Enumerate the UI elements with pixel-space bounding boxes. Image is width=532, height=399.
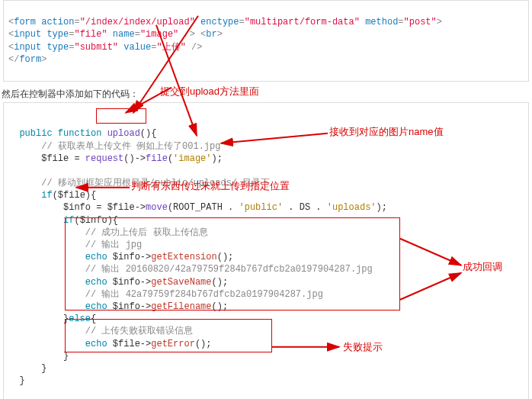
var: $info (80, 215, 107, 226)
p: ) (107, 215, 113, 226)
arrow: -> (135, 153, 146, 164)
p: () (123, 153, 134, 164)
kw-echo: echo (85, 339, 107, 349)
fn: getSaveName (151, 277, 211, 288)
arrow: -> (140, 277, 151, 288)
fn-upload: upload (107, 128, 140, 139)
arrow: -> (140, 301, 151, 312)
kw-if: if (63, 215, 74, 226)
var: $info (113, 277, 140, 288)
str: 'uploads' (327, 202, 377, 213)
semi: ; (206, 339, 211, 349)
arrow: -> (135, 202, 146, 213)
fn: getError (151, 339, 195, 349)
attr: type (46, 29, 69, 40)
t: = (74, 17, 79, 27)
dot: . (223, 202, 239, 213)
attr: enctype (200, 17, 239, 27)
page-root: <form action="/index/index/upload" encty… (0, 0, 532, 399)
comment: // 移动到框架应用根目录/public/uploads/ 目录下 (41, 178, 270, 188)
form-tag: form (14, 17, 36, 27)
p: () (195, 339, 206, 349)
comment: // 输出 20160820/42a79759f284b767dfcb2a019… (85, 264, 373, 275)
brace: } (63, 351, 69, 362)
kw-else: else (69, 314, 91, 324)
const: ROOT_PATH (173, 202, 223, 213)
attr: value (123, 42, 151, 53)
p: () (211, 301, 222, 312)
comment: // 成功上传后 获取上传信息 (85, 227, 208, 238)
var: $info (113, 252, 140, 262)
eq: = (69, 153, 85, 164)
v: "submit" (74, 42, 118, 53)
p: ( (168, 202, 173, 213)
var: $info (63, 202, 91, 213)
p: ) (212, 153, 217, 164)
semi: ; (223, 277, 228, 288)
t: > (41, 54, 46, 65)
kw-echo: echo (85, 277, 107, 288)
fn: move (146, 202, 168, 213)
brace: { (91, 314, 96, 324)
t: /> (186, 42, 203, 53)
t: = (239, 17, 245, 27)
kw-public: public (19, 128, 52, 139)
comment: // 输出 42a79759f284b767dfcb2a0197904287.j… (85, 289, 323, 300)
str: 'image' (173, 153, 211, 164)
t: = (135, 29, 140, 40)
semi: ; (223, 301, 228, 312)
t: > (217, 29, 223, 40)
kw-echo: echo (85, 301, 107, 312)
t: = (398, 17, 403, 27)
v: "file" (74, 29, 107, 40)
t: </ (8, 54, 19, 65)
dot: . (310, 202, 327, 213)
semi: ; (228, 252, 233, 262)
var: $file (58, 190, 85, 201)
input-tag: input (14, 42, 41, 53)
dot: . (283, 202, 300, 213)
eq: = (91, 202, 107, 213)
parens: () (140, 128, 151, 139)
str: 'public' (239, 202, 284, 213)
var: $file (107, 202, 135, 213)
var: $file (113, 339, 140, 349)
semi: ; (382, 202, 387, 213)
v: "/index/index/upload" (80, 17, 195, 27)
br-tag: br (206, 29, 216, 40)
brace: } (41, 363, 46, 374)
kw-if: if (41, 190, 52, 201)
brace: { (113, 215, 118, 226)
fn: request (85, 153, 123, 164)
v: "post" (404, 17, 437, 27)
p: ) (377, 202, 382, 213)
fn: getFilename (151, 301, 211, 312)
p: () (217, 252, 228, 262)
p: ( (74, 215, 79, 226)
semi: ; (217, 153, 223, 164)
p: () (211, 277, 222, 288)
form-close: form (19, 54, 41, 65)
t: /> (178, 29, 195, 40)
comment: // 输出 jpg (85, 240, 142, 250)
t: > (437, 17, 442, 27)
const: DS (300, 202, 310, 213)
p: ) (85, 190, 91, 201)
kw-function: function (58, 128, 102, 139)
p: ( (168, 153, 173, 164)
v: "上传" (156, 42, 185, 53)
input-tag: input (14, 29, 41, 40)
kw-echo: echo (85, 252, 107, 262)
attr: method (365, 17, 398, 27)
php-code: public function upload(){ // 获取表单上传文件 例如… (3, 102, 529, 399)
fn: getExtension (151, 252, 216, 262)
arrow: -> (140, 252, 151, 262)
comment: // 上传失败获取错误信息 (85, 326, 194, 336)
brace: { (91, 190, 96, 201)
html-form-code: <form action="/index/index/upload" encty… (3, 0, 529, 82)
attr: type (46, 42, 69, 53)
brace: { (151, 128, 156, 139)
brace: } (19, 375, 24, 386)
p: ( (53, 190, 58, 201)
fn: file (146, 153, 168, 164)
